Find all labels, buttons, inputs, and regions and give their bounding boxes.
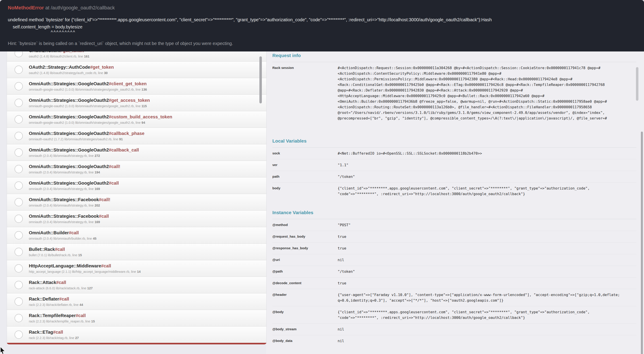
variable-name: @body_stream xyxy=(272,326,338,332)
frame-line-number: 115 xyxy=(142,104,147,108)
backtrace-scrollbar[interactable] xyxy=(260,56,262,103)
frame-radio-button[interactable] xyxy=(14,231,23,239)
backtrace-frame[interactable]: Bullet::Rack#call bullet (7.0.1) lib/bul… xyxy=(7,243,266,260)
backtrace-frame[interactable]: Rack::TempfileReaper#call rack (2.2.3) l… xyxy=(7,310,266,326)
backtrace-frame[interactable]: OmniAuth::Strategies::GoogleOauth2#callb… xyxy=(7,128,266,144)
frame-radio-button[interactable] xyxy=(14,314,23,322)
backtrace-frame[interactable]: OmniAuth::Strategies::GoogleOauth2#call … xyxy=(7,177,266,194)
frame-title: OmniAuth::Strategies::GoogleOauth2#call xyxy=(29,180,119,186)
frame-source-path: oauth2 (1.4.8) lib/oauth2/client.rb, lin… xyxy=(29,55,83,58)
frame-source: bullet (7.0.1) lib/bullet/rack.rb, line … xyxy=(29,253,82,257)
frame-method: #call xyxy=(53,330,63,334)
frame-radio-button[interactable] xyxy=(14,165,23,173)
exception-hint: Hint: `bytesize` is being called on a `r… xyxy=(8,41,644,46)
frame-title: Rack::Deflater#call xyxy=(29,296,83,302)
frame-title: OmniAuth::Strategies::Facebook#call xyxy=(29,213,109,219)
frame-radio-button[interactable] xyxy=(14,248,23,256)
frame-text: Rack::Deflater#call rack (2.2.3) lib/rac… xyxy=(29,296,83,307)
frame-radio-button[interactable] xyxy=(14,215,23,223)
backtrace-frame[interactable]: Rack::Attack#call rack-attack (6.6.0) li… xyxy=(7,277,266,293)
frame-title: OmniAuth::Strategies::GoogleOauth2#callb… xyxy=(29,131,144,136)
frame-radio-button[interactable] xyxy=(14,297,23,306)
frame-source-path: omniauth (2.0.4) lib/omniauth/strategy.r… xyxy=(29,204,94,207)
frame-source: oauth2 (1.4.8) lib/oauth2/strategy/auth_… xyxy=(29,71,114,75)
rack-session-scrollbar[interactable] xyxy=(636,67,638,101)
backtrace-frame[interactable]: OmniAuth::Builder#call omniauth (2.0.4) … xyxy=(7,227,266,243)
frame-source-path: omniauth-google-oauth2 (1.0.0) lib/omnia… xyxy=(29,88,141,91)
instance-variables-table: @method "POST" @request_has_body true @r… xyxy=(272,219,636,346)
frame-title: Rack::ETag#call xyxy=(29,329,79,335)
frame-source-path: omniauth (2.0.4) lib/omniauth/strategy.r… xyxy=(29,187,94,191)
variable-row: Rack session #<ActionDispatch::Request::… xyxy=(272,62,636,124)
frame-class: Rack::Attack xyxy=(29,280,56,285)
frame-class: OmniAuth::Builder xyxy=(29,230,69,235)
frame-text: OmniAuth::Strategies::GoogleOauth2#callb… xyxy=(29,147,139,158)
variable-value: "1.1" xyxy=(338,162,636,168)
backtrace-frame[interactable]: OmniAuth::Strategies::GoogleOauth2#callb… xyxy=(7,144,266,161)
frame-radio-button[interactable] xyxy=(14,281,23,289)
frame-line-number: 44 xyxy=(80,303,83,306)
frame-text: Rack::ETag#call rack (2.2.3) lib/rack/et… xyxy=(29,329,79,340)
error-page: Request info Rack session #<ActionDispat… xyxy=(0,0,644,354)
variable-value: #<Net::BufferedIO io=#<OpenSSL::SSL::SSL… xyxy=(338,151,636,156)
variable-name: ver xyxy=(272,162,338,168)
frame-method: #call xyxy=(101,263,111,268)
variable-row: @method "POST" xyxy=(272,219,636,231)
exception-title: NoMethodError at /auth/google_oauth2/cal… xyxy=(8,5,644,11)
frame-radio-button[interactable] xyxy=(14,82,23,90)
frame-radio-button[interactable] xyxy=(14,132,23,140)
frame-radio-button[interactable] xyxy=(14,115,23,124)
frame-method: #call! xyxy=(99,197,110,202)
frame-radio-button[interactable] xyxy=(14,330,23,339)
frame-title: OmniAuth::Strategies::GoogleOauth2#call! xyxy=(29,164,120,169)
frame-title: OmniAuth::Strategies::GoogleOauth2#get_a… xyxy=(29,98,150,103)
frame-method: #call xyxy=(55,247,65,252)
frame-radio-button[interactable] xyxy=(14,148,23,157)
backtrace-frame[interactable]: OmniAuth::Strategies::Facebook#call omni… xyxy=(7,210,266,227)
variable-name: @method xyxy=(272,222,338,228)
frame-source: oauth2 (1.4.8) lib/oauth2/client.rb, lin… xyxy=(29,54,90,58)
backtrace-frame[interactable]: Rack::ETag#call rack (2.2.3) lib/rack/et… xyxy=(7,326,266,343)
backtrace-frame[interactable]: OAuth2::Strategy::AuthCode#get_token oau… xyxy=(7,61,266,78)
frame-class: OmniAuth::Strategies::GoogleOauth2 xyxy=(29,131,109,136)
frame-method: #call xyxy=(76,313,86,318)
frame-radio-button[interactable] xyxy=(14,99,23,107)
request-info-panel: Request info Rack session #<ActionDispat… xyxy=(266,0,644,354)
backtrace-frame[interactable]: HttpAcceptLanguage::Middleware#call http… xyxy=(7,260,266,277)
variable-row: @body {"client_id"=>"********.apps.googl… xyxy=(272,306,636,323)
frame-class: OmniAuth::Strategies::GoogleOauth2 xyxy=(29,147,109,152)
backtrace-panel: OAuth2::Client#get_token oauth2 (1.4.8) … xyxy=(7,45,266,344)
variable-name: @response_has_body xyxy=(272,245,338,251)
variable-row: @decode_content true xyxy=(272,277,636,289)
exception-code-line: self.content_length = body.bytesize xyxy=(8,24,644,30)
variable-name: path xyxy=(272,174,338,179)
backtrace-frame[interactable]: OmniAuth::Strategies::GoogleOauth2#custo… xyxy=(7,111,266,128)
backtrace-frame[interactable]: Rack::Deflater#call rack (2.2.3) lib/rac… xyxy=(7,293,266,310)
frame-radio-button[interactable] xyxy=(14,198,23,206)
mouse-cursor-icon xyxy=(0,347,7,354)
backtrace-frame[interactable]: OmniAuth::Strategies::GoogleOauth2#call!… xyxy=(7,161,266,177)
page-scrollbar[interactable] xyxy=(641,132,643,354)
frame-class: OmniAuth::Strategies::GoogleOauth2 xyxy=(29,164,109,169)
frame-title: OmniAuth::Strategies::Facebook#call! xyxy=(29,197,110,202)
frame-radio-button[interactable] xyxy=(14,66,23,74)
exception-header: NoMethodError at /auth/google_oauth2/cal… xyxy=(0,0,644,52)
exception-class: NoMethodError xyxy=(8,5,44,11)
frame-line-number: 15 xyxy=(91,319,95,323)
frame-text: OmniAuth::Strategies::GoogleOauth2#callb… xyxy=(29,131,144,141)
frame-line-number: 169 xyxy=(94,220,100,224)
frame-radio-button[interactable] xyxy=(14,181,23,190)
frame-title: OmniAuth::Strategies::GoogleOauth2#clien… xyxy=(29,81,147,86)
frame-title: Rack::TempfileReaper#call xyxy=(29,313,95,318)
frame-source-path: rack (2.2.3) lib/rack/etag.rb, line xyxy=(29,336,74,340)
variable-row: @path "/token" xyxy=(272,266,636,277)
backtrace-frame[interactable]: OmniAuth::Strategies::Facebook#call! omn… xyxy=(7,194,266,210)
frame-class: OmniAuth::Strategies::Facebook xyxy=(29,197,99,202)
frame-line-number: 27 xyxy=(75,336,79,340)
backtrace-frame[interactable]: OmniAuth::Strategies::GoogleOauth2#get_a… xyxy=(7,94,266,111)
frame-radio-button[interactable] xyxy=(14,264,23,272)
backtrace-frame[interactable]: OmniAuth::Strategies::GoogleOauth2#clien… xyxy=(7,78,266,94)
frame-source-path: http_accept_language (2.1.1) lib/http_ac… xyxy=(29,270,136,273)
variable-value: #<ActionDispatch::Request::Session:0x000… xyxy=(338,65,636,121)
frame-source-path: omniauth (2.0.4) lib/omniauth/strategy.r… xyxy=(29,220,94,224)
